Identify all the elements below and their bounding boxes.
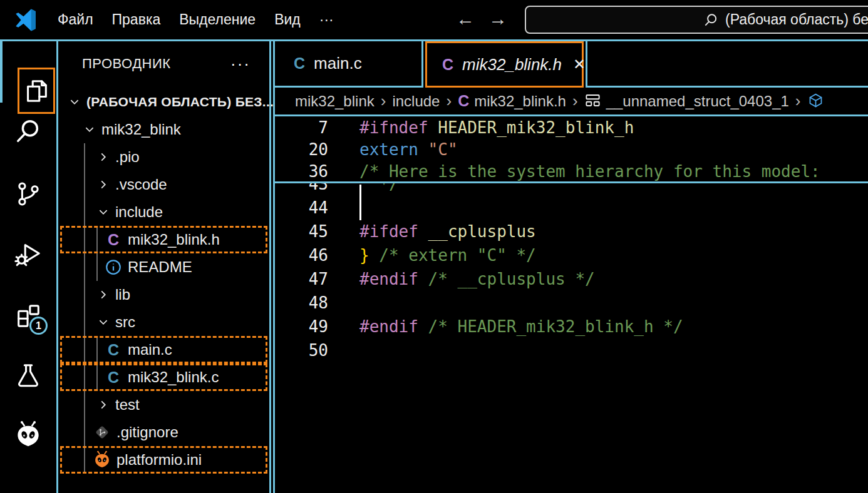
- chevron-down-icon[interactable]: [84, 124, 95, 135]
- line-text: } /* extern "C" */: [359, 246, 536, 265]
- tree-item-src[interactable]: src: [60, 308, 267, 336]
- tab-bar: C main.c C mik32_blink.h ✕: [275, 41, 868, 88]
- tab-mik32-blink-h[interactable]: C mik32_blink.h ✕: [425, 41, 584, 88]
- tree-item-include[interactable]: include: [60, 198, 267, 226]
- line-number: 46: [275, 246, 328, 265]
- sidebar-more-actions-button[interactable]: ···: [230, 54, 251, 74]
- line-number: 45: [275, 222, 328, 241]
- tree-item-label: mik32_blink: [101, 116, 181, 143]
- tree-item-label: include: [115, 198, 163, 226]
- breadcrumb-item-2[interactable]: Cmik32_blink.h: [458, 92, 566, 110]
- breadcrumb-separator-icon: ›: [446, 91, 452, 111]
- editor-group: C main.c C mik32_blink.h ✕ mik32_blink›i…: [273, 41, 868, 493]
- search-icon: [703, 12, 719, 28]
- tree-item--gitignore[interactable]: .gitignore: [60, 419, 267, 446]
- c-header-file-icon: C: [104, 230, 123, 249]
- tree-item--pio[interactable]: .pio: [60, 143, 267, 171]
- menu-item-2[interactable]: Выделение: [170, 0, 265, 39]
- c-header-file-icon: C: [458, 92, 469, 109]
- line-text: /* Here is the system hierarchy for this…: [359, 162, 820, 181]
- tree-item-test[interactable]: test: [60, 391, 267, 419]
- tree-item-lib[interactable]: lib: [60, 281, 267, 308]
- breadcrumb-label: __unnamed_struct_0403_1: [606, 93, 789, 109]
- tree-item-main-c[interactable]: Cmain.c: [60, 336, 267, 363]
- debug-icon: [14, 240, 43, 268]
- code-line-36[interactable]: 36/* Here is the system hierarchy for th…: [275, 160, 868, 182]
- activity-item-extensions[interactable]: 1: [0, 302, 56, 330]
- chevron-right-icon[interactable]: [98, 151, 109, 163]
- tree-item-readme[interactable]: README: [60, 253, 267, 281]
- code-line-48[interactable]: 48: [275, 291, 868, 315]
- line-number: 36: [275, 162, 328, 181]
- nav-forward-button[interactable]: →: [488, 0, 507, 38]
- tree-item-label: .pio: [115, 143, 140, 171]
- chevron-right-icon[interactable]: [98, 289, 109, 300]
- code-line-7[interactable]: 7#ifndef HEADER_mik32_blink_h: [275, 116, 868, 138]
- info-icon: [104, 258, 123, 277]
- menu-more-button[interactable]: ···: [310, 0, 343, 39]
- tree-item-label: .vscode: [115, 171, 167, 198]
- code-line-46[interactable]: 46} /* extern "C" */: [275, 243, 868, 267]
- c-file-icon: C: [104, 368, 123, 387]
- activity-item-source-control[interactable]: [0, 180, 56, 208]
- code-line-45[interactable]: 45#ifdef __cplusplus: [275, 220, 868, 243]
- close-tab-icon[interactable]: ✕: [573, 56, 586, 73]
- tab-label: mik32_blink.h: [462, 55, 562, 74]
- tree-item-mik32-blink-c[interactable]: Cmik32_blink.c: [60, 363, 267, 391]
- activity-item-platformio[interactable]: [0, 420, 56, 449]
- sticky-scroll: 7#ifndef HEADER_mik32_blink_h20extern "C…: [275, 116, 868, 183]
- line-number: 44: [275, 198, 328, 217]
- breadcrumb-item-3[interactable]: __unnamed_struct_0403_1: [584, 92, 789, 110]
- code-line-44[interactable]: 44: [275, 196, 868, 220]
- line-number: 47: [275, 270, 328, 288]
- line-text: #ifdef __cplusplus: [359, 222, 536, 241]
- breadcrumb-item-0[interactable]: mik32_blink: [295, 93, 375, 110]
- nav-back-button[interactable]: ←: [456, 0, 475, 38]
- tree-item-label: lib: [115, 281, 130, 308]
- code-line-50[interactable]: 50: [275, 338, 868, 362]
- breadcrumb-label: mik32_blink.h: [474, 93, 566, 109]
- breadcrumb-label: mik32_blink: [295, 93, 375, 109]
- menu-item-3[interactable]: Вид: [265, 0, 310, 39]
- activity-item-run-debug[interactable]: [0, 240, 56, 268]
- tree-item-label: src: [115, 308, 135, 336]
- line-number: 20: [275, 140, 328, 159]
- code-line-43[interactable]: 43 */: [275, 183, 868, 196]
- breadcrumb-item-1[interactable]: include: [392, 93, 440, 110]
- activity-item-search[interactable]: [0, 117, 56, 146]
- tree-item--[interactable]: (РАБОЧАЯ ОБЛАСТЬ) БЕЗ...: [60, 88, 267, 116]
- menu-item-0[interactable]: Файл: [48, 0, 103, 39]
- chevron-down-icon[interactable]: [98, 317, 109, 328]
- code-line-47[interactable]: 47#endif /* __cplusplus */: [275, 267, 868, 291]
- cube-icon: [807, 92, 824, 109]
- source-control-icon: [14, 180, 43, 208]
- tree-item-mik32-blink[interactable]: mik32_blink: [60, 116, 267, 143]
- tree-item-label: main.c: [128, 336, 172, 363]
- code-editor[interactable]: 43 */4445#ifdef __cplusplus46} /* extern…: [275, 183, 868, 491]
- breadcrumb-separator-icon: ›: [381, 91, 386, 111]
- tree-item-platformio-ini[interactable]: platformio.ini: [60, 446, 267, 474]
- tree-item-mik32-blink-h[interactable]: Cmik32_blink.h: [60, 226, 267, 253]
- activity-item-testing[interactable]: [0, 361, 56, 390]
- breadcrumb-item-4[interactable]: [807, 92, 829, 110]
- code-line-49[interactable]: 49#endif /* HEADER_mik32_blink_h */: [275, 315, 868, 338]
- chevron-down-icon[interactable]: [98, 206, 109, 218]
- chevron-down-icon[interactable]: [69, 96, 80, 108]
- tree-item-label: (РАБОЧАЯ ОБЛАСТЬ) БЕЗ...: [86, 88, 274, 116]
- c-header-file-icon: C: [442, 56, 453, 74]
- c-file-icon: C: [104, 340, 123, 359]
- tree-item-label: README: [128, 253, 192, 281]
- tree-item--vscode[interactable]: .vscode: [60, 171, 267, 198]
- extensions-badge: 1: [29, 317, 48, 335]
- chevron-right-icon[interactable]: [98, 179, 109, 190]
- c-file-icon: C: [294, 54, 305, 73]
- breadcrumb-label: include: [392, 93, 440, 109]
- explorer-sidebar: ПРОВОДНИК ··· (РАБОЧАЯ ОБЛАСТЬ) БЕЗ...mi…: [58, 41, 271, 493]
- search-icon: [14, 117, 43, 146]
- menu-item-1[interactable]: Правка: [103, 0, 170, 39]
- chevron-right-icon[interactable]: [98, 399, 109, 410]
- line-text: extern "C": [359, 140, 458, 159]
- code-line-20[interactable]: 20extern "C": [275, 138, 868, 160]
- tab-main-c[interactable]: C main.c: [275, 41, 423, 88]
- command-center-search[interactable]: (Рабочая область) бе: [525, 6, 868, 34]
